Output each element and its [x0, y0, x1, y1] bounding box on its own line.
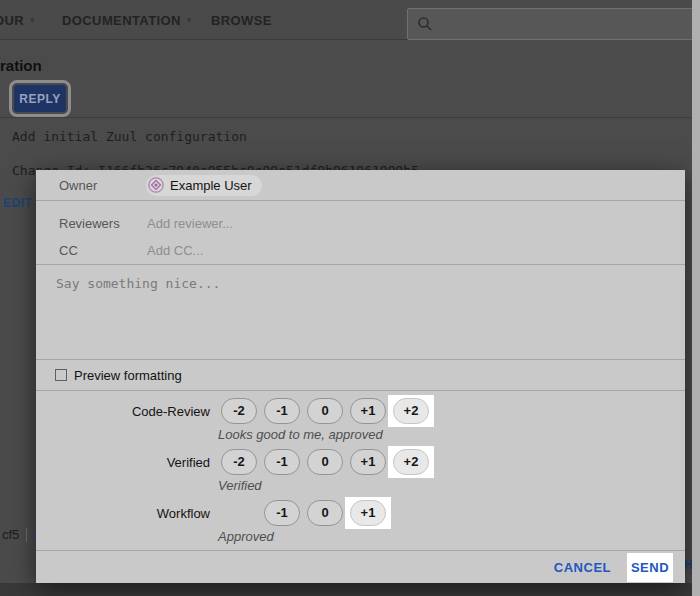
- commit-subject: Add initial Zuul configuration: [12, 129, 247, 144]
- selected-vote-highlight: +2: [388, 395, 434, 427]
- score-block: Code-Review-2-10+1+2Looks good to me, ap…: [36, 398, 685, 442]
- reviewer-fields: Reviewers CC: [36, 201, 685, 264]
- search-input[interactable]: [433, 17, 700, 32]
- score-block: Verified-2-10+1+2Verified: [36, 449, 685, 493]
- search-icon: [417, 16, 433, 32]
- vote-button[interactable]: +1: [350, 398, 386, 424]
- selected-vote-highlight: +2: [388, 446, 434, 478]
- score-label: Verified: [36, 455, 210, 470]
- score-row: Code-Review-2-10+1+2: [36, 398, 685, 424]
- sha-fragment: cf5: [2, 527, 19, 542]
- vote-button[interactable]: -1: [264, 500, 300, 526]
- reply-message-textarea[interactable]: [36, 265, 685, 359]
- cc-label: CC: [59, 243, 147, 258]
- page-scrollbar[interactable]: [692, 0, 700, 596]
- score-description: Verified: [218, 478, 685, 493]
- score-section: Code-Review-2-10+1+2Looks good to me, ap…: [36, 390, 685, 550]
- vote-button[interactable]: 0: [307, 398, 343, 424]
- vote-button[interactable]: +1: [350, 449, 386, 475]
- add-reviewer-input[interactable]: [147, 216, 447, 231]
- preview-formatting-label: Preview formatting: [74, 368, 182, 383]
- nav-item-label: BROWSE: [211, 13, 272, 28]
- chevron-down-icon: ▾: [187, 15, 192, 25]
- gerrit-change-screen: OUR▾DOCUMENTATION▾BROWSE ration REPLY Ad…: [0, 0, 700, 596]
- cc-row: CC: [59, 237, 685, 264]
- selected-vote-highlight: +1: [345, 497, 391, 529]
- nav-item-browse[interactable]: BROWSE: [211, 0, 272, 40]
- preview-row: Preview formatting: [36, 359, 685, 390]
- owner-name: Example User: [170, 178, 252, 193]
- chevron-down-icon: ▾: [30, 15, 35, 25]
- message-section: [36, 264, 685, 359]
- score-row: Workflow-10+1: [36, 500, 685, 526]
- divider: [26, 528, 27, 542]
- reviewers-label: Reviewers: [59, 216, 147, 231]
- score-block: Workflow-10+1Approved: [36, 500, 685, 544]
- nav-item-documentation[interactable]: DOCUMENTATION▾: [62, 0, 192, 40]
- vote-button[interactable]: 0: [307, 449, 343, 475]
- nav-item-label: DOCUMENTATION: [62, 13, 181, 28]
- reviewers-row: Reviewers: [59, 210, 685, 237]
- cancel-button[interactable]: CANCEL: [554, 560, 611, 575]
- reply-button[interactable]: REPLY: [14, 85, 66, 112]
- top-nav-bar: OUR▾DOCUMENTATION▾BROWSE: [0, 0, 700, 40]
- owner-chip[interactable]: Example User: [146, 175, 262, 196]
- pill-spacer: [221, 500, 257, 526]
- score-description: Looks good to me, approved: [218, 427, 685, 442]
- edit-link[interactable]: EDIT: [3, 196, 32, 210]
- vote-button[interactable]: -1: [264, 449, 300, 475]
- section-divider: [0, 117, 700, 118]
- vote-button[interactable]: +2: [393, 398, 429, 424]
- owner-row: Owner Example User: [36, 170, 685, 201]
- reply-dialog: Owner Example User Reviewers CC: [36, 170, 685, 583]
- vote-button[interactable]: -2: [221, 449, 257, 475]
- avatar-icon: [148, 177, 164, 193]
- page-title: ration: [0, 57, 42, 74]
- owner-label: Owner: [59, 178, 146, 193]
- nav-item-label: OUR: [0, 13, 24, 28]
- score-row: Verified-2-10+1+2: [36, 449, 685, 475]
- preview-formatting-checkbox[interactable]: [55, 369, 67, 381]
- vote-button[interactable]: +1: [350, 500, 386, 526]
- score-label: Code-Review: [36, 404, 210, 419]
- search-box[interactable]: [407, 8, 700, 40]
- score-description: Approved: [218, 529, 685, 544]
- dialog-actions: CANCEL SEND: [36, 550, 685, 583]
- vote-button[interactable]: -1: [264, 398, 300, 424]
- nav-item-our[interactable]: OUR▾: [0, 0, 35, 40]
- footer-band: [0, 583, 700, 596]
- score-label: Workflow: [36, 506, 210, 521]
- vote-button[interactable]: +2: [393, 449, 429, 475]
- add-cc-input[interactable]: [147, 243, 447, 258]
- vote-button[interactable]: -2: [221, 398, 257, 424]
- vote-button[interactable]: 0: [307, 500, 343, 526]
- send-button[interactable]: SEND: [627, 553, 673, 582]
